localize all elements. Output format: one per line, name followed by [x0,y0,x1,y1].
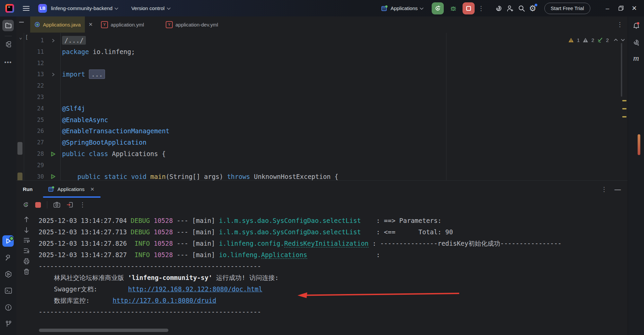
maven-tool-button[interactable]: m [628,52,644,64]
console-segment: Swagger文档: [39,285,128,293]
console-horizontal-scrollbar[interactable] [39,329,168,332]
scroll-to-end-icon[interactable] [23,247,30,254]
ai-assistant-tool-button[interactable] [628,36,644,48]
code-line: 26@EnableTransactionManagement [16,126,628,137]
print-icon[interactable] [23,258,30,265]
code-text: @SpringBootApplication [62,137,147,148]
soft-wrap-icon[interactable] [23,237,30,244]
detach-button[interactable] [66,201,73,208]
logger-link[interactable]: RedisKeyInitialization [284,240,369,247]
fold-collapsed-icon[interactable] [44,69,62,80]
code-text: @EnableAsync [62,114,108,126]
console-more-options-button[interactable]: ⋮ [79,202,86,208]
notifications-button[interactable] [628,20,644,31]
code-segment: io.linfeng; [93,48,135,55]
rerun-icon [22,201,29,208]
stop-process-button[interactable] [35,202,41,208]
project-badge[interactable]: LB [38,4,47,13]
debug-button[interactable] [447,2,459,14]
thread-dump-button[interactable] [53,202,60,208]
run-line-icon[interactable] [44,171,62,180]
tab-application-yml[interactable]: Y application.yml [101,16,144,33]
ai-assistant-icon[interactable] [495,4,503,12]
run-line-icon[interactable] [44,148,62,160]
prev-problem-chevron-up[interactable] [614,39,618,41]
rerun-button[interactable] [22,201,29,208]
console-segment [150,240,154,247]
console-line: ----------------------------------------… [39,306,609,318]
rerun-button[interactable] [432,2,444,14]
code-with-me-add-user-icon[interactable] [506,4,514,12]
gutter-cell [44,103,62,114]
code-line: 23 [16,92,628,103]
run-config-app-icon [48,186,54,192]
tab-applications-java[interactable]: Applications.java [30,16,85,33]
gutter-cell [44,46,62,58]
settings-button[interactable]: ⚙ [529,4,536,12]
hide-gutter-icon[interactable] [19,22,24,22]
toolbar-separator [47,201,47,208]
inspections-widget[interactable]: 1 2 2 [568,36,625,44]
console-segment: : <== Total: 90 [361,228,453,236]
clear-all-trash-icon[interactable] [23,268,30,275]
tab-label: application.yml [111,22,144,28]
window-minimize-button[interactable]: – [602,5,612,12]
next-problem-chevron-down[interactable] [621,39,625,41]
stop-button[interactable] [463,2,475,14]
weak-warning-icon [583,38,588,43]
run-more-options-button[interactable]: ⋮ [478,5,484,11]
chevron-down-icon [167,7,171,10]
code-segment: main [150,173,166,180]
run-active-dot [9,236,14,241]
fold-collapsed-icon[interactable] [44,35,62,46]
run-panel-header: Run Applications ✕ ⋮ — [16,181,628,198]
code-text: public static void main(String[] args) t… [62,171,338,180]
gutter-cell [44,92,62,103]
build-tool-button[interactable] [0,252,16,264]
version-control-menu[interactable]: Version control [131,5,170,11]
git-tool-button[interactable] [0,318,16,330]
editor-scrollbar-thumb[interactable] [621,43,622,97]
main-menu-button[interactable] [23,6,30,11]
search-everywhere-icon[interactable] [518,4,526,12]
terminal-tool-button[interactable] [0,285,16,296]
run-configuration-selector[interactable]: Applications [381,5,424,12]
scroll-down-icon[interactable] [23,227,30,233]
run-tab-applications[interactable]: Applications ✕ [48,186,94,192]
tab-application-dev-yml[interactable]: Y application-dev.yml [166,16,218,33]
console-segment: 10528 [154,251,173,258]
tab-options-button[interactable]: ⋮ [617,21,623,28]
more-tool-windows-button[interactable]: ••• [0,57,16,68]
run-panel-options-button[interactable]: ⋮ [601,186,607,192]
services-tool-button[interactable] [0,269,16,280]
run-tab-close-icon[interactable]: ✕ [90,186,95,192]
stop-icon [466,6,471,11]
line-number: 11 [16,46,44,58]
code-line: 22 [16,80,628,92]
console-segment: io.linfeng. [219,251,261,258]
code-editor[interactable]: ⌄ [ 1/.../11package io.linfeng;1213impor… [16,33,628,180]
logger-link[interactable]: Applications [261,251,307,259]
tab-close-icon[interactable]: ✕ [89,21,93,28]
ide-window: LB linfeng-community-backend Version con… [0,0,644,335]
folded-code-chip[interactable]: ... [89,69,105,79]
folded-code-chip[interactable]: /.../ [62,36,86,45]
problems-tool-button[interactable] [0,302,16,313]
warning-icon [568,38,574,43]
console-output[interactable]: 2025-12-03 13:14:27.704 DEBUG 10528 --- … [39,215,609,318]
console-segment: 林风社交论坛标准商业版 [39,274,128,281]
console-link[interactable]: http://127.0.0.1:8080/druid [113,297,216,304]
window-close-button[interactable]: ✕ [629,4,639,12]
code-segment: @EnableTransactionManagement [62,127,169,135]
console-segment: 2025-12-03 13:14:27.704 [39,217,131,224]
scrollbar-warning-mark [622,116,627,117]
start-free-trial-button[interactable]: Start Free Trial [544,3,590,14]
project-selector[interactable]: linfeng-community-backend [51,5,118,11]
structure-tool-button[interactable] [0,39,16,50]
console-link[interactable]: http://192.168.92.122:8080/doc.html [128,285,262,293]
chevron-down-icon [420,7,424,10]
run-panel-minimize-button[interactable]: — [614,186,621,193]
console-line: 2025-12-03 13:14:27.826 INFO 10528 --- [… [39,238,609,249]
scroll-up-icon[interactable] [23,216,30,223]
window-restore-button[interactable] [616,6,626,11]
